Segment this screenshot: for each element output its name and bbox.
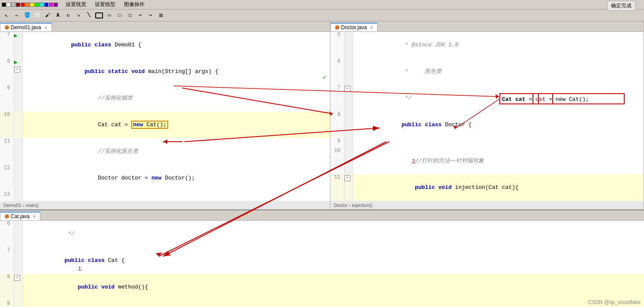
kw-public: public static void [85,68,145,75]
eraser-tool[interactable]: ⬜ [33,11,42,20]
cat-tab-icon [5,214,9,219]
brush-tool[interactable]: 🖌 [43,11,52,20]
comment: //实例化医生类 [71,148,138,155]
color-gray[interactable] [11,3,15,7]
color-black[interactable] [2,3,6,7]
color-purple[interactable] [54,3,58,7]
table-row: 10 //打针的方法——针对猫对象 [330,148,644,174]
doctor-tab-close[interactable]: × [370,25,373,30]
color-yellow[interactable] [30,3,34,7]
gutter [344,112,353,138]
table-row: 8 ▶ − public static void main(String[] a… [0,58,330,85]
fill-tool[interactable]: 🪣 [22,11,32,20]
demo01-panel: Demo01.java × 7 ▶ public class Demo01 { [0,21,330,210]
fold-icon[interactable]: − [345,86,351,92]
tab-cat[interactable]: Cat.java × [0,212,40,220]
pencil-tool[interactable]: ✏ [12,11,21,20]
code-line [353,138,644,148]
tab-demo01[interactable]: Demo01.java × [0,23,52,31]
demo01-code-area[interactable]: 7 ▶ public class Demo01 { 8 ▶ − [0,32,330,201]
line-number: 10 [0,112,14,138]
gutter [344,148,353,174]
code-line: public class Doctor { [353,112,644,138]
cat-tab-label: Cat.java [11,213,30,219]
line-number: 11 [0,138,14,165]
confirm-complete-btn[interactable]: 确定完成 [607,1,635,11]
circle-tool[interactable]: ⬭ [115,11,124,20]
green-checkmark: ✓ [322,73,327,82]
rect-select-tool[interactable] [95,12,103,18]
cat-code-area[interactable]: 6 */ 7 public class Cat { 8 [0,221,644,307]
fold-icon[interactable]: − [14,275,20,281]
line-number: 6 [0,221,14,247]
image-operation-btn[interactable]: 图像操作 [121,0,147,9]
line-tool[interactable]: \ [84,11,94,20]
code-line: */ [353,85,644,112]
code-line: public class Demo01 { [22,32,330,58]
line-number: 8 [0,274,14,301]
color-darkred[interactable] [16,3,20,7]
run-arrow[interactable]: ▶ [14,32,18,39]
code-line: * 医生类 [353,58,644,85]
line-number: 5 [330,32,344,58]
set-line-width-btn[interactable]: 设置线宽 [63,0,89,9]
run-arrow[interactable]: ▶ [14,59,18,66]
table-row: 6 */ [0,221,644,247]
gutter [14,138,22,165]
color-magenta[interactable] [49,3,53,7]
code-line: //打针的方法——针对猫对象 [353,148,644,174]
color-white[interactable] [6,3,11,7]
table-row: 10 Cat cat = new Cat(); [0,112,330,138]
table-row: 8 − public void method(){ [0,274,644,301]
draw-toolbar: ↖ ✏ 🪣 ⬜ 🖌 A ↻ ➘ \ ▭ ⬭ ◯ ↩ ↪ ≋ [0,9,644,21]
tab-doctor[interactable]: Doctor.java × [330,23,378,31]
gutter [14,191,22,201]
table-row: 11 − public void injection(Cat cat){ [330,174,644,201]
cursor-tool[interactable]: ↖ [2,11,11,20]
table-row: 9 [330,138,644,148]
color-cyan[interactable] [39,3,44,7]
table-row: 11 //实例化医生类 [0,138,330,165]
redo-tool[interactable]: ↪ [146,11,155,20]
color-orange[interactable] [25,3,30,7]
gutter: − [344,174,353,201]
text-tool[interactable]: A [53,11,63,20]
comment: //打针的方法——针对猫对象 [402,158,484,164]
oval-tool[interactable]: ◯ [125,11,135,20]
line-number: 9 [330,138,344,148]
kw-public: public class [402,122,442,128]
set-line-style-btn[interactable]: 设置线型 [92,0,118,9]
code-line: //调用打针方法给猫打疫苗 [22,191,330,201]
comment: * 医生类 [402,68,442,75]
arrow-tool[interactable]: ➘ [74,11,83,20]
line-number: 8 [330,112,344,138]
table-row: 9 //实例化猫类 [0,85,330,112]
fold-icon[interactable]: − [345,175,351,181]
class-name: Demo01 [115,42,135,48]
rotate-tool[interactable]: ↻ [63,11,73,20]
gutter [344,138,353,148]
doctor-code-area[interactable]: 5 * @since JDK 1.8 6 * 医生类 [330,32,644,201]
table-row: 9 1. System.out.println("这是一只猫"); [0,301,644,307]
cat-tab-close[interactable]: × [33,214,36,219]
table-row: 6 * 医生类 [330,58,644,85]
extra-tool[interactable]: ≋ [156,11,166,20]
table-row: 12 Doctor doctor = new Doctor(); [0,165,330,191]
gutter [14,221,22,247]
undo-tool[interactable]: ↩ [136,11,145,20]
code-line: * @since JDK 1.8 [353,32,644,58]
code-line: //实例化医生类 [22,138,330,165]
top-toolbar: 设置线宽 设置线型 图像操作 确定完成 [0,0,644,9]
code-line: public class Cat { [22,247,644,274]
table-row: 13 //调用打针方法给猫打疫苗 [0,191,330,201]
color-blue[interactable] [44,3,48,7]
color-red[interactable] [21,3,25,7]
demo01-tab-close[interactable]: × [45,25,47,30]
gutter: ▶ [14,32,22,58]
rect-tool[interactable]: ▭ [105,11,114,20]
gutter [14,247,22,274]
line-number: 9 [0,301,14,307]
table-row: 8 public class Doctor { [330,112,644,138]
color-green[interactable] [35,3,39,7]
fold-icon[interactable]: − [14,67,20,73]
